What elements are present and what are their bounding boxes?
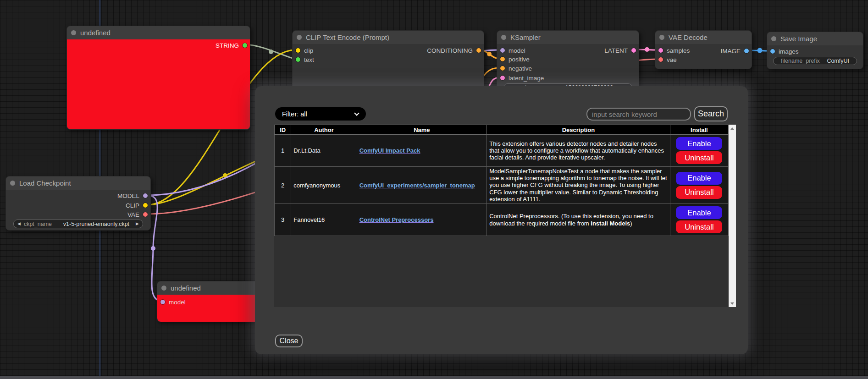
header-name: Name	[357, 125, 487, 135]
input-label-latent-image: latent_image	[509, 75, 544, 82]
close-button[interactable]: Close	[275, 335, 303, 347]
node-collapse-dot[interactable]	[771, 36, 776, 41]
input-port-positive[interactable]	[500, 57, 505, 61]
extension-link[interactable]: ComfyUI_experiments/sampler_tonemap	[359, 182, 475, 189]
node-save-image[interactable]: Save Image images filename_prefix ComfyU…	[767, 32, 863, 69]
extension-link[interactable]: ControlNet Preprocessors	[359, 216, 434, 223]
node-collapse-dot[interactable]	[10, 181, 15, 186]
widget-arrow-left-icon[interactable]: ◀	[17, 222, 21, 226]
uninstall-button[interactable]: Uninstall	[676, 220, 722, 233]
input-port-vae[interactable]	[658, 57, 663, 62]
filename-prefix-widget[interactable]: filename_prefix ComfyUI	[773, 57, 857, 65]
wire-dot-cond	[487, 52, 492, 56]
input-port-clip[interactable]	[296, 48, 300, 53]
output-port-conditioning[interactable]	[476, 48, 481, 53]
extension-table-container: ID Author Name Description Install 1 Dr.…	[274, 125, 736, 307]
input-port-negative[interactable]	[500, 66, 505, 71]
description-text: ModelSamplerTonemapNoiseTest a node that…	[489, 168, 667, 203]
node-title: undefined	[171, 284, 201, 292]
cell-description: ControlNet Preprocessors. (To use this e…	[487, 204, 670, 236]
node-collapse-dot[interactable]	[659, 35, 664, 40]
search-button[interactable]: Search	[694, 106, 728, 121]
output-port-string[interactable]	[243, 43, 247, 48]
input-label-positive: positive	[509, 56, 530, 63]
node-undefined-bottom[interactable]: undefined model	[157, 281, 266, 322]
extension-link[interactable]: ComfyUI Impact Pack	[359, 147, 420, 154]
search-input[interactable]	[586, 108, 691, 121]
cell-id: 1	[275, 135, 291, 167]
node-vae-decode[interactable]: VAE Decode samples vae IMAGE	[655, 30, 752, 69]
header-install: Install	[670, 125, 728, 135]
node-load-checkpoint[interactable]: Load Checkpoint MODEL CLIP VAE ◀ ckpt_na…	[6, 176, 151, 231]
output-port-image[interactable]	[744, 49, 749, 53]
input-port-samples[interactable]	[658, 48, 663, 53]
manager-dialog: Filter: all Search ID Author Name Descri…	[255, 86, 748, 354]
input-port-model[interactable]	[160, 300, 165, 304]
scroll-down-icon[interactable]	[729, 300, 736, 307]
scroll-up-icon[interactable]	[729, 125, 736, 132]
cell-description: ModelSamplerTonemapNoiseTest a node that…	[487, 167, 670, 204]
input-label-images: images	[779, 48, 799, 55]
input-label-clip: clip	[304, 47, 313, 54]
input-label-model: model	[169, 299, 186, 306]
enable-button[interactable]: Enable	[676, 137, 722, 150]
output-port-clip[interactable]	[143, 203, 148, 208]
uninstall-button[interactable]: Uninstall	[676, 151, 722, 164]
filename-widget-label: filename_prefix	[781, 58, 820, 64]
output-label-model: MODEL	[117, 192, 139, 199]
table-header-row: ID Author Name Description Install	[275, 125, 729, 135]
node-collapse-dot[interactable]	[297, 35, 302, 40]
input-port-model[interactable]	[500, 48, 505, 53]
output-port-model[interactable]	[143, 193, 148, 198]
table-row: 2 comfyanonymous ComfyUI_experiments/sam…	[275, 167, 729, 204]
node-title: undefined	[80, 29, 111, 37]
node-title: Save Image	[780, 35, 817, 43]
filter-select-wrap: Filter: all	[275, 107, 366, 121]
output-port-latent[interactable]	[631, 48, 636, 53]
wire-dot-model	[151, 246, 155, 251]
node-title: KSampler	[510, 33, 541, 41]
input-label-negative: negative	[509, 65, 532, 72]
filter-select[interactable]: Filter: all	[275, 107, 366, 121]
uninstall-button[interactable]: Uninstall	[676, 186, 722, 199]
ckpt-widget-label: ckpt_name	[24, 221, 52, 227]
input-label-model: model	[509, 47, 525, 54]
node-undefined-top[interactable]: undefined STRING	[66, 26, 250, 130]
output-label-conditioning: CONDITIONING	[427, 47, 473, 54]
enable-button[interactable]: Enable	[676, 172, 722, 185]
ckpt-widget-value: v1-5-pruned-emaonly.ckpt	[63, 221, 129, 227]
widget-arrow-right-icon[interactable]: ▶	[136, 222, 139, 226]
table-row: 1 Dr.Lt.Data ComfyUI Impact Pack This ex…	[275, 135, 729, 167]
node-collapse-dot[interactable]	[161, 286, 166, 291]
input-port-text[interactable]	[296, 57, 300, 62]
table-row: 3 Fannovel16 ControlNet Preprocessors Co…	[275, 204, 729, 236]
output-label-vae: VAE	[127, 211, 139, 218]
node-collapse-dot[interactable]	[71, 30, 76, 35]
header-id: ID	[275, 125, 291, 135]
output-port-vae[interactable]	[143, 212, 148, 217]
input-port-images[interactable]	[770, 49, 775, 54]
input-port-latent-image[interactable]	[500, 76, 505, 80]
filename-widget-value: ComfyUI	[827, 58, 849, 64]
node-collapse-dot[interactable]	[501, 35, 506, 40]
node-title: CLIP Text Encode (Prompt)	[306, 33, 389, 41]
cell-id: 2	[275, 167, 291, 204]
extension-table: ID Author Name Description Install 1 Dr.…	[274, 125, 729, 236]
cell-id: 3	[275, 204, 291, 236]
wire-dot-latent	[645, 47, 649, 52]
input-label-samples: samples	[667, 47, 690, 54]
table-scrollbar[interactable]	[729, 125, 736, 307]
header-description: Description	[487, 125, 670, 135]
node-error-body: model	[157, 295, 265, 322]
ckpt-name-widget[interactable]: ◀ ckpt_name v1-5-pruned-emaonly.ckpt ▶	[13, 220, 143, 228]
output-label-image: IMAGE	[720, 48, 741, 55]
node-error-body: STRING	[67, 39, 250, 129]
description-bold: Install Models	[591, 220, 630, 227]
cell-author: Fannovel16	[291, 204, 357, 236]
cell-author: Dr.Lt.Data	[291, 135, 357, 167]
cell-description: This extension offers various detector n…	[487, 135, 670, 167]
output-label-clip: CLIP	[126, 202, 139, 209]
output-label-latent: LATENT	[604, 47, 628, 54]
enable-button[interactable]: Enable	[676, 206, 722, 219]
wire-dot-string	[269, 49, 273, 54]
